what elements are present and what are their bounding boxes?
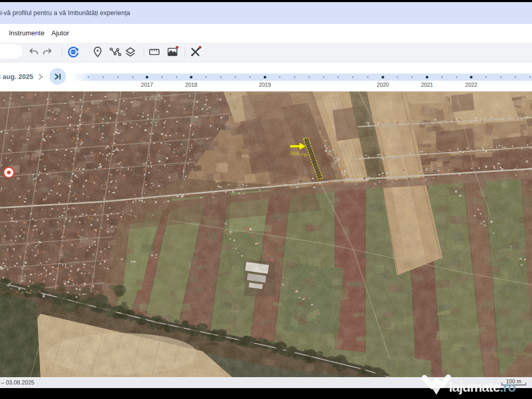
svg-text:lajumate.ro: lajumate.ro	[449, 379, 516, 395]
